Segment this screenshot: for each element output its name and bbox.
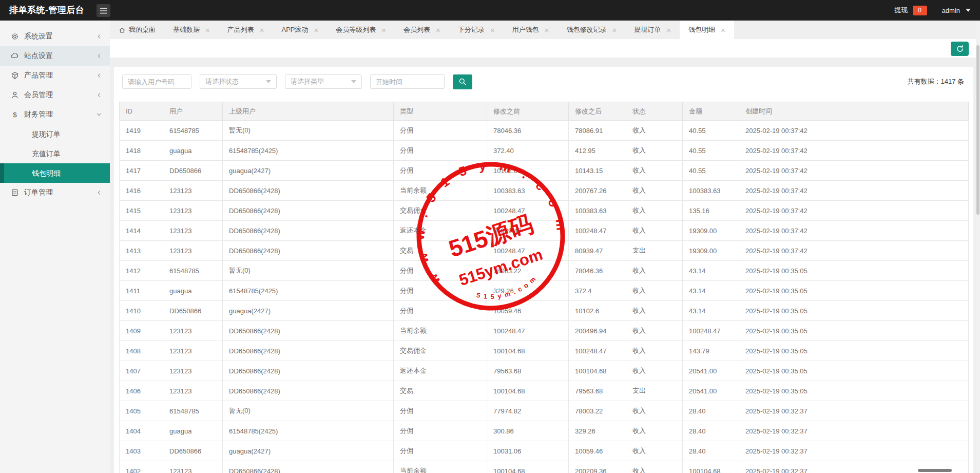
start-date-input[interactable] xyxy=(370,74,445,89)
table-cell: 交易佣金 xyxy=(394,341,487,361)
refresh-button[interactable] xyxy=(951,42,969,56)
app-title: 排单系统-管理后台 xyxy=(9,0,84,21)
vertical-scrollbar-thumb[interactable] xyxy=(976,45,979,215)
search-icon xyxy=(458,78,467,86)
search-button[interactable] xyxy=(453,74,472,89)
status-select[interactable]: 请选择状态 xyxy=(200,74,277,89)
table-cell: DD650866(2428) xyxy=(223,241,394,261)
table-cell: 1416 xyxy=(120,181,163,201)
wallet-detail-table: ID用户上级用户类型修改之前修改之后状态金额创建时间141961548785暂无… xyxy=(119,102,969,473)
tab-9[interactable]: 提现订单× xyxy=(625,21,680,39)
tab-7[interactable]: 用户钱包× xyxy=(504,21,558,39)
column-header: 状态 xyxy=(626,102,683,121)
tab-close-icon[interactable]: × xyxy=(666,26,671,34)
table-cell: 28.40 xyxy=(683,421,739,441)
user-number-input[interactable] xyxy=(122,74,191,89)
topbar-right: 提现 0 admin xyxy=(895,0,971,21)
sidebar-item-5[interactable]: 订单管理 xyxy=(0,183,110,202)
table-cell: 交易佣金 xyxy=(394,201,487,221)
table-cell: 当前余额 xyxy=(394,461,487,473)
sidebar-subitem[interactable]: 充值订单 xyxy=(0,144,110,163)
tab-5[interactable]: 会员列表× xyxy=(395,21,449,39)
table-cell: 2025-02-19 00:37:42 xyxy=(739,221,969,241)
table-cell: 支出 xyxy=(626,241,683,261)
table-cell: 2025-02-19 00:37:42 xyxy=(739,201,969,221)
tab-close-icon[interactable]: × xyxy=(314,26,319,34)
table-cell: 暂无(0) xyxy=(223,121,394,141)
sidebar-subitem[interactable]: 提现订单 xyxy=(0,124,110,144)
column-header: 修改之后 xyxy=(569,102,626,121)
table-cell: 78003.22 xyxy=(569,401,626,421)
table-cell: 372.4 xyxy=(569,281,626,301)
table-cell: 10031.06 xyxy=(487,441,569,461)
tab-1[interactable]: 基础数据× xyxy=(164,21,219,39)
tab-close-icon[interactable]: × xyxy=(381,26,386,34)
tab-6[interactable]: 下分记录× xyxy=(449,21,504,39)
sidebar-item-0[interactable]: 系统设置 xyxy=(0,27,110,46)
table-cell: 10102.6 xyxy=(569,301,626,321)
table-cell: 分佣 xyxy=(394,421,487,441)
table-cell: 2025-02-19 00:37:42 xyxy=(739,141,969,161)
tab-bar: 我的桌面基础数据×产品列表×APP滚动×会员等级列表×会员列表×下分记录×用户钱… xyxy=(110,21,980,39)
table-cell: 300.86 xyxy=(487,421,569,441)
withdraw-link[interactable]: 提现 xyxy=(895,6,908,15)
tab-3[interactable]: APP滚动× xyxy=(273,21,328,39)
table-cell: 2025-02-19 00:37:42 xyxy=(739,121,969,141)
tab-2[interactable]: 产品列表× xyxy=(219,21,273,39)
tab-10[interactable]: 钱包明细× xyxy=(680,21,734,39)
sidebar-item-label: 订单管理 xyxy=(24,188,95,197)
tab-label: 提现订单 xyxy=(634,25,661,34)
table-header-row: ID用户上级用户类型修改之前修改之后状态金额创建时间 xyxy=(120,102,969,121)
table-cell: 返还本金 xyxy=(394,361,487,381)
table-cell: 43.14 xyxy=(683,301,739,321)
sidebar-item-2[interactable]: 产品管理 xyxy=(0,66,110,85)
sidebar-item-1[interactable]: 站点设置 xyxy=(0,46,110,66)
table-cell: 交易 xyxy=(394,381,487,401)
sidebar-item-3[interactable]: 会员管理 xyxy=(0,85,110,105)
table-cell: 1406 xyxy=(120,381,163,401)
table-cell: DD650866(2428) xyxy=(223,461,394,473)
table-cell: 分佣 xyxy=(394,141,487,161)
tab-close-icon[interactable]: × xyxy=(612,26,617,34)
column-header: 上级用户 xyxy=(223,102,394,121)
tab-0[interactable]: 我的桌面 xyxy=(110,21,164,39)
type-select[interactable]: 请选择类型 xyxy=(285,74,362,89)
table-cell: 61548785(2425) xyxy=(223,281,394,301)
user-menu[interactable]: admin xyxy=(942,7,960,14)
sidebar-item-4[interactable]: $财务管理 xyxy=(0,105,110,124)
table-cell: 1410 xyxy=(120,301,163,321)
tab-8[interactable]: 钱包修改记录× xyxy=(558,21,625,39)
tab-close-icon[interactable]: × xyxy=(205,26,210,34)
table-cell: 收入 xyxy=(626,121,683,141)
table-cell: 当前余额 xyxy=(394,321,487,341)
vertical-scrollbar[interactable] xyxy=(976,21,980,473)
chevron-left-icon xyxy=(95,189,103,196)
table-cell: 2025-02-19 00:37:42 xyxy=(739,181,969,201)
table-row: 1413123123DD650866(2428)交易100248.4780939… xyxy=(120,241,969,261)
withdraw-badge[interactable]: 0 xyxy=(913,6,927,15)
sidebar-subitem[interactable]: 钱包明细 xyxy=(0,163,110,183)
table-cell: 100383.63 xyxy=(683,181,739,201)
tab-close-icon[interactable]: × xyxy=(436,26,440,34)
horizontal-scrollbar-thumb[interactable] xyxy=(918,469,952,472)
table-cell: 1405 xyxy=(120,401,163,421)
tab-label: 下分记录 xyxy=(458,25,485,34)
table-cell: 收入 xyxy=(626,461,683,473)
table-cell: 1409 xyxy=(120,321,163,341)
tab-4[interactable]: 会员等级列表× xyxy=(327,21,395,39)
tab-label: APP滚动 xyxy=(282,25,309,34)
chevron-down-icon[interactable] xyxy=(966,9,971,12)
hamburger-menu-button[interactable] xyxy=(97,4,110,17)
table-cell: 100383.63 xyxy=(569,201,626,221)
table-cell: 10102.60 xyxy=(487,161,569,181)
table-cell: 收入 xyxy=(626,321,683,341)
tab-close-icon[interactable]: × xyxy=(490,26,495,34)
tab-close-icon[interactable]: × xyxy=(545,26,549,34)
table-cell: 收入 xyxy=(626,141,683,161)
filter-bar: 请选择状态 请选择类型 xyxy=(122,74,965,89)
sidebar-item-label: 财务管理 xyxy=(24,110,95,119)
table-cell: 123123 xyxy=(163,381,223,401)
table-cell: 123123 xyxy=(163,341,223,361)
tab-close-icon[interactable]: × xyxy=(721,26,725,34)
tab-close-icon[interactable]: × xyxy=(260,26,264,34)
